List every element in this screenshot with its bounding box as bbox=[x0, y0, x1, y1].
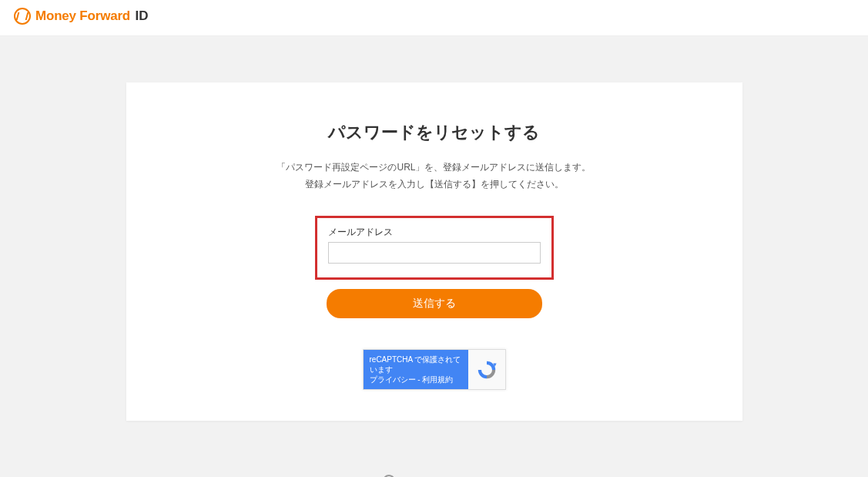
brand-logo-icon bbox=[14, 8, 31, 25]
recaptcha-terms-link[interactable]: 利用規約 bbox=[422, 375, 453, 384]
email-input[interactable] bbox=[328, 242, 541, 264]
desc-line-2: 登録メールアドレスを入力し【送信する】を押してください。 bbox=[157, 176, 712, 193]
brand-suffix: ID bbox=[135, 8, 148, 23]
recaptcha-protected: reCAPTCHA で保護されています bbox=[370, 354, 462, 375]
recaptcha-icon bbox=[476, 359, 498, 381]
recaptcha-icon-wrap bbox=[468, 350, 505, 389]
submit-button[interactable]: 送信する bbox=[327, 289, 542, 318]
brand-name: Money Forward bbox=[35, 8, 130, 23]
page-title: パスワードをリセットする bbox=[157, 121, 712, 144]
footer: Money Forward ID 利用規約 個人情報保護方針 お問い合わせ © … bbox=[0, 452, 868, 477]
main: パスワードをリセットする 「パスワード再設定ページのURL」を、登録メールアドレ… bbox=[0, 36, 868, 452]
email-field-highlight: メールアドレス bbox=[315, 216, 554, 280]
page-description: 「パスワード再設定ページのURL」を、登録メールアドレスに送信します。 登録メー… bbox=[157, 160, 712, 193]
recaptcha-privacy-link[interactable]: プライバシー bbox=[370, 375, 416, 384]
desc-line-1: 「パスワード再設定ページのURL」を、登録メールアドレスに送信します。 bbox=[157, 160, 712, 176]
brand-logo-link[interactable]: Money Forward ID bbox=[14, 8, 148, 25]
reset-card: パスワードをリセットする 「パスワード再設定ページのURL」を、登録メールアドレ… bbox=[126, 82, 742, 421]
recaptcha-badge: reCAPTCHA で保護されています プライバシー - 利用規約 bbox=[363, 349, 506, 390]
recaptcha-text: reCAPTCHA で保護されています プライバシー - 利用規約 bbox=[364, 350, 468, 389]
email-label: メールアドレス bbox=[328, 226, 541, 239]
header: Money Forward ID bbox=[0, 0, 868, 36]
